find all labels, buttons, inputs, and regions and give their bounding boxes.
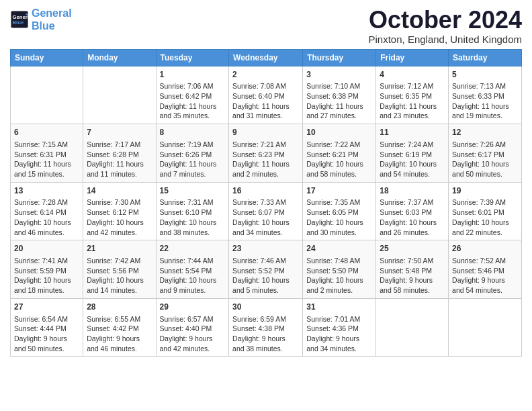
- day-info: Sunrise: 7:21 AM Sunset: 6:23 PM Dayligh…: [232, 140, 299, 179]
- day-info: Sunrise: 7:01 AM Sunset: 4:36 PM Dayligh…: [306, 314, 372, 354]
- day-info: Sunrise: 7:26 AM Sunset: 6:17 PM Dayligh…: [452, 140, 518, 179]
- day-info: Sunrise: 7:48 AM Sunset: 5:50 PM Dayligh…: [306, 256, 372, 295]
- calendar-cell: 10Sunrise: 7:22 AM Sunset: 6:21 PM Dayli…: [303, 124, 376, 183]
- calendar-week-row: 13Sunrise: 7:28 AM Sunset: 6:14 PM Dayli…: [11, 182, 522, 240]
- calendar-cell: 2Sunrise: 7:08 AM Sunset: 6:40 PM Daylig…: [229, 66, 303, 124]
- day-info: Sunrise: 7:28 AM Sunset: 6:14 PM Dayligh…: [14, 197, 79, 237]
- calendar-cell: 8Sunrise: 7:19 AM Sunset: 6:26 PM Daylig…: [156, 124, 229, 183]
- day-info: Sunrise: 6:57 AM Sunset: 4:40 PM Dayligh…: [160, 314, 226, 354]
- day-number: 12: [452, 127, 518, 138]
- calendar-cell: 24Sunrise: 7:48 AM Sunset: 5:50 PM Dayli…: [303, 240, 376, 299]
- col-header-tuesday: Tuesday: [156, 49, 229, 66]
- day-number: 6: [14, 127, 79, 138]
- calendar-cell: [11, 66, 83, 124]
- col-header-thursday: Thursday: [303, 49, 376, 66]
- page-header: General Blue General Blue October 2024 P…: [10, 7, 522, 45]
- day-number: 18: [380, 185, 445, 197]
- day-number: 8: [160, 127, 226, 138]
- calendar-cell: 15Sunrise: 7:31 AM Sunset: 6:10 PM Dayli…: [156, 182, 229, 240]
- calendar-cell: 27Sunrise: 6:54 AM Sunset: 4:44 PM Dayli…: [11, 298, 83, 357]
- location-subtitle: Pinxton, England, United Kingdom: [369, 34, 522, 45]
- day-number: 24: [306, 243, 372, 255]
- day-info: Sunrise: 7:35 AM Sunset: 6:05 PM Dayligh…: [306, 197, 372, 237]
- calendar-cell: 31Sunrise: 7:01 AM Sunset: 4:36 PM Dayli…: [303, 298, 376, 357]
- day-info: Sunrise: 7:41 AM Sunset: 5:59 PM Dayligh…: [14, 256, 79, 295]
- day-info: Sunrise: 7:50 AM Sunset: 5:48 PM Dayligh…: [380, 256, 445, 295]
- calendar-cell: 7Sunrise: 7:17 AM Sunset: 6:28 PM Daylig…: [83, 124, 156, 183]
- calendar-table: SundayMondayTuesdayWednesdayThursdayFrid…: [10, 49, 522, 357]
- day-number: 17: [306, 185, 372, 197]
- day-number: 15: [160, 185, 226, 197]
- day-number: 2: [232, 69, 299, 81]
- calendar-cell: 30Sunrise: 6:59 AM Sunset: 4:38 PM Dayli…: [229, 298, 303, 357]
- day-number: 10: [306, 127, 372, 138]
- day-number: 16: [232, 185, 299, 197]
- day-number: 5: [452, 69, 518, 81]
- day-info: Sunrise: 7:44 AM Sunset: 5:54 PM Dayligh…: [160, 256, 226, 295]
- calendar-cell: 6Sunrise: 7:15 AM Sunset: 6:31 PM Daylig…: [11, 124, 83, 183]
- day-number: 27: [14, 302, 79, 313]
- logo-text-line2: Blue: [32, 19, 72, 32]
- day-info: Sunrise: 6:54 AM Sunset: 4:44 PM Dayligh…: [14, 314, 79, 354]
- calendar-cell: 26Sunrise: 7:52 AM Sunset: 5:46 PM Dayli…: [449, 240, 522, 299]
- col-header-monday: Monday: [83, 49, 156, 66]
- day-info: Sunrise: 7:15 AM Sunset: 6:31 PM Dayligh…: [14, 140, 79, 179]
- day-info: Sunrise: 7:33 AM Sunset: 6:07 PM Dayligh…: [232, 197, 299, 237]
- day-info: Sunrise: 7:06 AM Sunset: 6:42 PM Dayligh…: [160, 81, 226, 121]
- col-header-saturday: Saturday: [449, 49, 522, 66]
- calendar-cell: 18Sunrise: 7:37 AM Sunset: 6:03 PM Dayli…: [376, 182, 449, 240]
- calendar-cell: 13Sunrise: 7:28 AM Sunset: 6:14 PM Dayli…: [11, 182, 83, 240]
- calendar-cell: [449, 298, 522, 357]
- day-number: 1: [160, 69, 226, 81]
- title-block: October 2024 Pinxton, England, United Ki…: [369, 7, 522, 45]
- day-number: 29: [160, 302, 226, 313]
- day-info: Sunrise: 7:31 AM Sunset: 6:10 PM Dayligh…: [160, 197, 226, 237]
- logo: General Blue General Blue: [10, 7, 72, 32]
- day-info: Sunrise: 7:30 AM Sunset: 6:12 PM Dayligh…: [87, 197, 152, 237]
- day-number: 20: [14, 243, 79, 255]
- calendar-cell: 19Sunrise: 7:39 AM Sunset: 6:01 PM Dayli…: [449, 182, 522, 240]
- day-number: 31: [306, 302, 372, 313]
- calendar-week-row: 27Sunrise: 6:54 AM Sunset: 4:44 PM Dayli…: [11, 298, 522, 357]
- day-info: Sunrise: 7:17 AM Sunset: 6:28 PM Dayligh…: [87, 140, 152, 179]
- calendar-cell: 23Sunrise: 7:46 AM Sunset: 5:52 PM Dayli…: [229, 240, 303, 299]
- day-info: Sunrise: 7:24 AM Sunset: 6:19 PM Dayligh…: [380, 140, 445, 179]
- day-info: Sunrise: 7:13 AM Sunset: 6:33 PM Dayligh…: [452, 81, 518, 121]
- day-number: 23: [232, 243, 299, 255]
- day-info: Sunrise: 6:55 AM Sunset: 4:42 PM Dayligh…: [87, 314, 152, 354]
- day-info: Sunrise: 7:22 AM Sunset: 6:21 PM Dayligh…: [306, 140, 372, 179]
- svg-text:Blue: Blue: [13, 19, 24, 26]
- calendar-cell: 1Sunrise: 7:06 AM Sunset: 6:42 PM Daylig…: [156, 66, 229, 124]
- calendar-cell: 3Sunrise: 7:10 AM Sunset: 6:38 PM Daylig…: [303, 66, 376, 124]
- calendar-header-row: SundayMondayTuesdayWednesdayThursdayFrid…: [11, 49, 522, 66]
- calendar-cell: 4Sunrise: 7:12 AM Sunset: 6:35 PM Daylig…: [376, 66, 449, 124]
- day-number: 13: [14, 185, 79, 197]
- day-number: 4: [380, 69, 445, 81]
- calendar-cell: 20Sunrise: 7:41 AM Sunset: 5:59 PM Dayli…: [11, 240, 83, 299]
- day-info: Sunrise: 7:08 AM Sunset: 6:40 PM Dayligh…: [232, 81, 299, 121]
- calendar-cell: 9Sunrise: 7:21 AM Sunset: 6:23 PM Daylig…: [229, 124, 303, 183]
- col-header-wednesday: Wednesday: [229, 49, 303, 66]
- calendar-cell: 11Sunrise: 7:24 AM Sunset: 6:19 PM Dayli…: [376, 124, 449, 183]
- calendar-cell: [376, 298, 449, 357]
- day-number: 25: [380, 243, 445, 255]
- day-info: Sunrise: 7:46 AM Sunset: 5:52 PM Dayligh…: [232, 256, 299, 295]
- logo-text-line1: General: [32, 7, 72, 19]
- calendar-cell: 25Sunrise: 7:50 AM Sunset: 5:48 PM Dayli…: [376, 240, 449, 299]
- day-number: 30: [232, 302, 299, 313]
- calendar-cell: 16Sunrise: 7:33 AM Sunset: 6:07 PM Dayli…: [229, 182, 303, 240]
- day-number: 7: [87, 127, 152, 138]
- calendar-cell: 17Sunrise: 7:35 AM Sunset: 6:05 PM Dayli…: [303, 182, 376, 240]
- day-info: Sunrise: 7:37 AM Sunset: 6:03 PM Dayligh…: [380, 197, 445, 237]
- calendar-cell: 14Sunrise: 7:30 AM Sunset: 6:12 PM Dayli…: [83, 182, 156, 240]
- calendar-cell: 5Sunrise: 7:13 AM Sunset: 6:33 PM Daylig…: [449, 66, 522, 124]
- day-number: 11: [380, 127, 445, 138]
- day-number: 14: [87, 185, 152, 197]
- calendar-cell: 29Sunrise: 6:57 AM Sunset: 4:40 PM Dayli…: [156, 298, 229, 357]
- day-number: 9: [232, 127, 299, 138]
- day-number: 21: [87, 243, 152, 255]
- calendar-week-row: 1Sunrise: 7:06 AM Sunset: 6:42 PM Daylig…: [11, 66, 522, 124]
- calendar-week-row: 20Sunrise: 7:41 AM Sunset: 5:59 PM Dayli…: [11, 240, 522, 299]
- day-number: 28: [87, 302, 152, 313]
- day-info: Sunrise: 7:42 AM Sunset: 5:56 PM Dayligh…: [87, 256, 152, 295]
